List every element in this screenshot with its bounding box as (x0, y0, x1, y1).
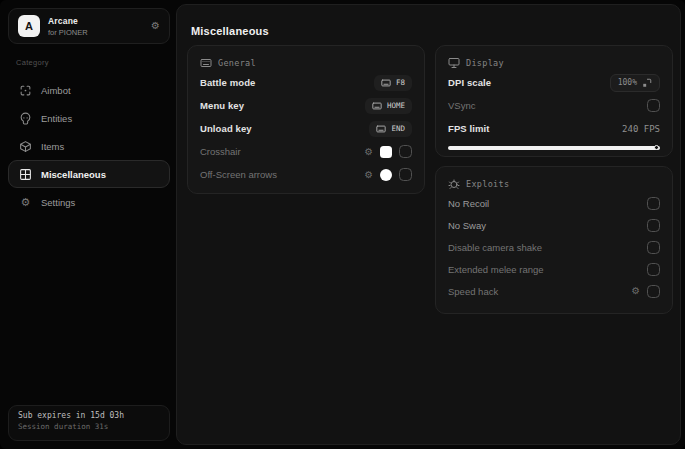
keyboard-icon (200, 57, 212, 69)
vsync-label: VSync (448, 100, 475, 111)
keyboard-icon (376, 124, 386, 134)
app-window: A Arcane for PIONER ⚙ Category Aimbot (0, 0, 685, 449)
disable-camera-shake-checkbox[interactable] (647, 241, 660, 254)
brand-logo: A (18, 15, 40, 37)
speed-hack-checkbox[interactable] (647, 285, 660, 298)
disable-camera-shake-label: Disable camera shake (448, 242, 542, 253)
display-card: Display DPI scale 100% VSync (435, 45, 673, 157)
keybind-value: F8 (396, 78, 405, 87)
dpi-scale-row: DPI scale 100% (448, 71, 660, 94)
brand-text: Arcane for PIONER (48, 16, 88, 37)
keybind-value: END (391, 124, 405, 133)
offscreen-arrows-row: Off-Screen arrows ⚙ (200, 163, 412, 186)
dpi-scale-label: DPI scale (448, 77, 491, 88)
sidebar-nav: Aimbot Entities Items (8, 76, 170, 216)
speed-hack-row: Speed hack ⚙ (448, 280, 660, 302)
sidebar-item-label: Settings (41, 197, 75, 208)
sidebar-item-entities[interactable]: Entities (8, 104, 170, 132)
battle-mode-label: Battle mode (200, 77, 255, 88)
crosshair-row: Crosshair ⚙ (200, 140, 412, 163)
no-recoil-row: No Recoil (448, 192, 660, 214)
sidebar-item-aimbot[interactable]: Aimbot (8, 76, 170, 104)
page-title: Miscellaneous (191, 25, 269, 37)
slider-thumb[interactable] (654, 145, 659, 150)
extended-melee-range-checkbox[interactable] (647, 263, 660, 276)
general-card: General Battle mode F8 Menu key (187, 45, 425, 194)
disable-camera-shake-row: Disable camera shake (448, 236, 660, 258)
brand-name: Arcane (48, 16, 88, 26)
main-panel: Miscellaneous General Battle mode (176, 4, 681, 445)
unload-key-label: Unload key (200, 123, 252, 134)
battle-mode-keybind[interactable]: F8 (374, 75, 412, 91)
dpi-scale-value: 100% (618, 78, 637, 87)
sidebar-item-settings[interactable]: ⚙ Settings (8, 188, 170, 216)
skull-icon (19, 112, 32, 125)
exploits-card: Exploits No Recoil No Sway Disable camer… (435, 166, 673, 314)
subscription-card: Sub expires in 15d 03h Session duration … (8, 405, 170, 441)
offscreen-arrows-color-swatch[interactable] (380, 169, 392, 181)
sidebar-item-label: Entities (41, 113, 72, 124)
brand-card: A Arcane for PIONER ⚙ (8, 8, 170, 44)
fps-limit-value: 240 FPS (622, 124, 660, 134)
offscreen-arrows-label: Off-Screen arrows (200, 169, 277, 180)
unload-key-row: Unload key END (200, 117, 412, 140)
dpi-scale-value-badge[interactable]: 100% (610, 74, 660, 92)
sidebar-item-label: Items (41, 141, 64, 152)
bug-icon (448, 178, 460, 190)
display-card-title: Display (466, 58, 504, 68)
session-duration-text: Session duration 31s (18, 422, 160, 431)
offscreen-arrows-checkbox[interactable] (399, 168, 412, 181)
fps-limit-row: FPS limit 240 FPS (448, 117, 660, 140)
crosshair-color-swatch[interactable] (380, 146, 392, 158)
keybind-value: HOME (387, 101, 405, 110)
vsync-row: VSync (448, 94, 660, 117)
exploits-card-title: Exploits (466, 179, 509, 189)
sidebar-item-label: Miscellaneous (41, 169, 106, 180)
category-label: Category (16, 58, 49, 67)
display-card-header: Display (448, 55, 660, 71)
no-recoil-label: No Recoil (448, 198, 489, 209)
fps-limit-slider[interactable] (448, 144, 660, 151)
menu-key-label: Menu key (200, 100, 244, 111)
vsync-checkbox[interactable] (647, 99, 660, 112)
crosshair-checkbox[interactable] (399, 145, 412, 158)
crosshair-label: Crosshair (200, 146, 241, 157)
no-recoil-checkbox[interactable] (647, 197, 660, 210)
sub-expiry-text: Sub expires in 15d 03h (18, 411, 160, 420)
no-sway-row: No Sway (448, 214, 660, 236)
grid-icon (19, 168, 32, 181)
sidebar-item-items[interactable]: Items (8, 132, 170, 160)
brand-subtitle: for PIONER (48, 28, 88, 37)
extended-melee-range-label: Extended melee range (448, 264, 544, 275)
sidebar-item-miscellaneous[interactable]: Miscellaneous (8, 160, 170, 188)
general-card-header: General (200, 55, 412, 71)
gear-icon: ⚙ (19, 197, 32, 208)
menu-key-row: Menu key HOME (200, 94, 412, 117)
fps-limit-label: FPS limit (448, 123, 490, 134)
gear-icon[interactable]: ⚙ (151, 21, 160, 31)
general-card-title: General (218, 58, 256, 68)
package-icon (19, 140, 32, 153)
scaling-icon (642, 78, 652, 88)
extended-melee-range-row: Extended melee range (448, 258, 660, 280)
slider-track[interactable] (448, 146, 660, 150)
no-sway-label: No Sway (448, 220, 486, 231)
gear-icon[interactable]: ⚙ (631, 286, 640, 296)
gear-icon[interactable]: ⚙ (364, 147, 373, 157)
no-sway-checkbox[interactable] (647, 219, 660, 232)
monitor-icon (448, 57, 460, 69)
crosshair-scan-icon (19, 84, 32, 97)
keyboard-icon (372, 101, 382, 111)
menu-key-keybind[interactable]: HOME (365, 98, 412, 114)
gear-icon[interactable]: ⚙ (364, 170, 373, 180)
exploits-card-header: Exploits (448, 176, 660, 192)
speed-hack-label: Speed hack (448, 286, 498, 297)
sidebar: A Arcane for PIONER ⚙ Category Aimbot (4, 4, 172, 445)
unload-key-keybind[interactable]: END (369, 121, 412, 137)
battle-mode-row: Battle mode F8 (200, 71, 412, 94)
keyboard-icon (381, 78, 391, 88)
sidebar-item-label: Aimbot (41, 85, 71, 96)
